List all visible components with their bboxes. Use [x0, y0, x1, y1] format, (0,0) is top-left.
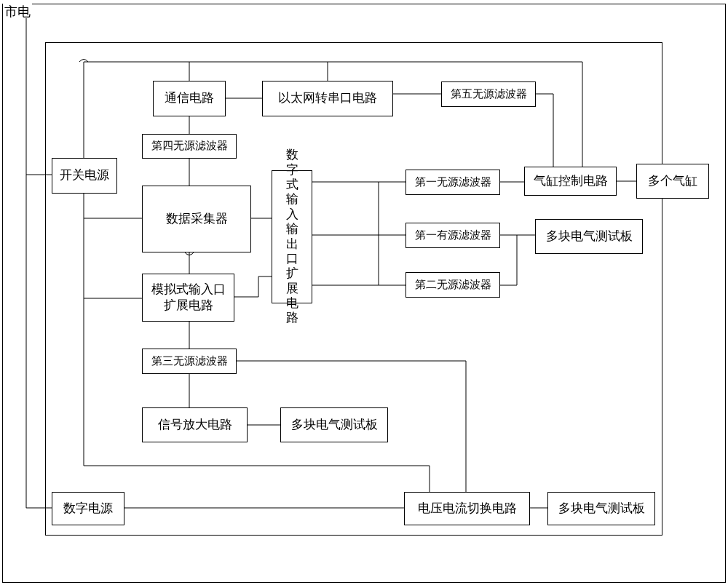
- switch-power-box: 开关电源: [52, 158, 117, 194]
- filter2-label: 第二无源滤波器: [415, 278, 491, 292]
- data-collector-label: 数据采集器: [166, 211, 228, 227]
- ethernet-serial-label: 以太网转串口电路: [278, 90, 377, 106]
- cylinder-control-box: 气缸控制电路: [524, 167, 617, 196]
- voltage-current-label: 电压电流切换电路: [418, 501, 517, 517]
- filter1-box: 第一无源滤波器: [405, 170, 500, 195]
- test-board-mid-box: 多块电气测试板: [280, 407, 388, 442]
- multi-cylinder-label: 多个气缸: [648, 173, 697, 189]
- test-board-bottom-box: 多块电气测试板: [547, 492, 655, 525]
- filter1-label: 第一无源滤波器: [415, 175, 491, 190]
- mains-power-label: 市电: [3, 3, 32, 20]
- test-board-right-box: 多块电气测试板: [535, 219, 643, 254]
- digital-power-label: 数字电源: [63, 501, 113, 517]
- filter5-label: 第五无源滤波器: [451, 87, 527, 102]
- filter4-label: 第四无源滤波器: [151, 139, 228, 154]
- cylinder-control-label: 气缸控制电路: [534, 173, 608, 189]
- active-filter1-label: 第一有源滤波器: [415, 228, 491, 243]
- multi-cylinder-box: 多个气缸: [636, 164, 709, 199]
- analog-input-box: 模拟式输入口扩展电路: [142, 274, 234, 322]
- filter2-box: 第二无源滤波器: [405, 272, 500, 298]
- signal-amp-label: 信号放大电路: [158, 417, 232, 433]
- active-filter1-box: 第一有源滤波器: [405, 223, 500, 248]
- digital-io-label: 数字式输入输出口扩展电路: [285, 148, 299, 326]
- filter5-box: 第五无源滤波器: [441, 81, 536, 107]
- filter4-box: 第四无源滤波器: [142, 134, 237, 159]
- digital-power-box: 数字电源: [52, 492, 124, 525]
- test-board-right-label: 多块电气测试板: [546, 228, 633, 244]
- signal-amp-box: 信号放大电路: [142, 407, 248, 442]
- comm-circuit-box: 通信电路: [153, 81, 226, 116]
- filter3-box: 第三无源滤波器: [142, 349, 237, 374]
- switch-power-label: 开关电源: [60, 167, 109, 183]
- comm-circuit-label: 通信电路: [165, 90, 214, 106]
- voltage-current-box: 电压电流切换电路: [404, 492, 530, 525]
- filter3-label: 第三无源滤波器: [151, 354, 228, 369]
- test-board-mid-label: 多块电气测试板: [291, 417, 378, 433]
- ethernet-serial-box: 以太网转串口电路: [262, 81, 393, 116]
- test-board-bottom-label: 多块电气测试板: [558, 501, 645, 517]
- analog-input-label: 模拟式输入口扩展电路: [149, 282, 228, 314]
- digital-io-box: 数字式输入输出口扩展电路: [272, 170, 312, 303]
- data-collector-box: 数据采集器: [142, 186, 251, 252]
